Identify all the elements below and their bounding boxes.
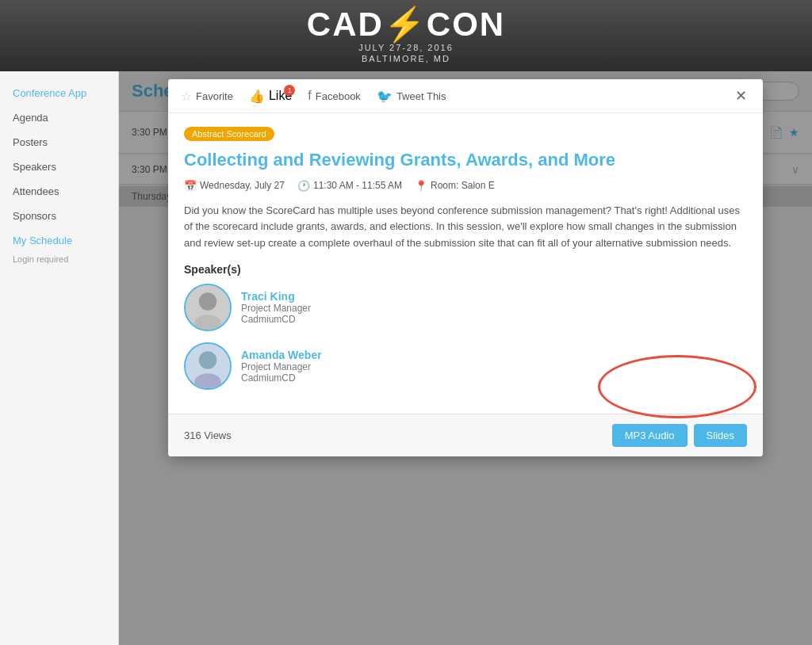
sidebar-item-conference-app[interactable]: Conference App [0,81,118,105]
session-meta: 📅 Wednesday, July 27 🕐 11:30 AM - 11:55 … [184,180,747,192]
session-time: 🕐 11:30 AM - 11:55 AM [297,180,402,192]
favorite-label: Favorite [196,90,233,102]
logo-con: CON [427,6,505,43]
main-layout: Conference App Agenda Posters Speakers A… [0,71,812,645]
close-button[interactable]: ✕ [732,87,750,105]
speakers-label: Speaker(s) [184,263,747,276]
speaker-item: Traci King Project Manager CadmiumCD [184,284,747,331]
like-notification-badge: 1 [284,85,295,96]
speaker-avatar-1 [184,284,232,331]
logo-cad: CAD [307,6,384,43]
logo-lightning: ⚡ [384,6,427,43]
sidebar-item-posters[interactable]: Posters [0,130,118,155]
speaker-avatar-2 [184,342,232,390]
facebook-icon: f [308,89,311,103]
modal-body: Abstract Scorecard Collecting and Review… [168,113,763,414]
session-room: 📍 Room: Salon E [415,180,495,192]
session-description: Did you know the ScoreCard has multiple … [184,203,747,252]
like-button[interactable]: 👍 1 Like [249,89,292,104]
speaker-item: Amanda Weber Project Manager CadmiumCD [184,342,747,390]
tweet-button[interactable]: 🐦 Tweet This [377,89,446,104]
footer-buttons: MP3 Audio Slides [612,424,747,447]
clock-icon: 🕐 [297,180,310,192]
speaker-org-1: CadmiumCD [241,314,311,325]
sidebar-item-agenda[interactable]: Agenda [0,105,118,130]
favorite-button[interactable]: ☆ Favorite [181,89,233,104]
session-date: 📅 Wednesday, July 27 [184,180,285,192]
session-modal: ☆ Favorite 👍 1 Like f Facebook 🐦 Twe [168,79,763,456]
tweet-label: Tweet This [396,90,446,102]
speaker-name-2[interactable]: Amanda Weber [241,349,322,361]
speaker-role-1: Project Manager [241,303,311,314]
speaker-name-1[interactable]: Traci King [241,290,311,303]
modal-footer: 316 Views MP3 Audio Slides [168,414,763,456]
mp3-audio-button[interactable]: MP3 Audio [612,424,688,447]
sidebar-item-attendees[interactable]: Attendees [0,179,118,204]
header: CAD⚡CON JULY 27-28, 2016 BALTIMORE, MD [0,0,812,71]
logo-sub1: JULY 27-28, 2016 [307,43,505,52]
speaker-info-1: Traci King Project Manager CadmiumCD [241,290,311,325]
location-icon: 📍 [415,180,427,192]
facebook-label: Facebook [316,90,361,102]
sidebar-item-speakers[interactable]: Speakers [0,155,118,179]
facebook-button[interactable]: f Facebook [308,89,361,103]
logo-text: CAD⚡CON [307,8,505,41]
like-icon: 👍 [249,89,265,104]
star-outline-icon: ☆ [181,89,192,104]
speaker-role-2: Project Manager [241,361,322,372]
sidebar-item-myschedule[interactable]: My Schedule [0,228,118,253]
logo: CAD⚡CON JULY 27-28, 2016 BALTIMORE, MD [307,8,505,63]
sidebar-item-sponsors[interactable]: Sponsors [0,204,118,228]
session-title: Collecting and Reviewing Grants, Awards,… [184,149,747,172]
sidebar-login-required: Login required [0,253,118,270]
sidebar: Conference App Agenda Posters Speakers A… [0,71,119,645]
calendar-icon: 📅 [184,180,197,192]
content-area: Schedule 🔍 3:30 PM - 4:30 PM CadmiumCD P… [119,71,812,645]
slides-button[interactable]: Slides [694,424,747,447]
abstract-badge: Abstract Scorecard [184,127,274,141]
svg-point-4 [199,351,216,368]
modal-overlay: ☆ Favorite 👍 1 Like f Facebook 🐦 Twe [119,71,812,645]
views-count: 316 Views [184,429,232,441]
speaker-org-2: CadmiumCD [241,372,322,384]
twitter-icon: 🐦 [377,89,393,104]
svg-point-1 [199,292,216,310]
modal-toolbar: ☆ Favorite 👍 1 Like f Facebook 🐦 Twe [168,79,763,113]
logo-sub2: BALTIMORE, MD [307,54,505,63]
speaker-info-2: Amanda Weber Project Manager CadmiumCD [241,349,322,384]
